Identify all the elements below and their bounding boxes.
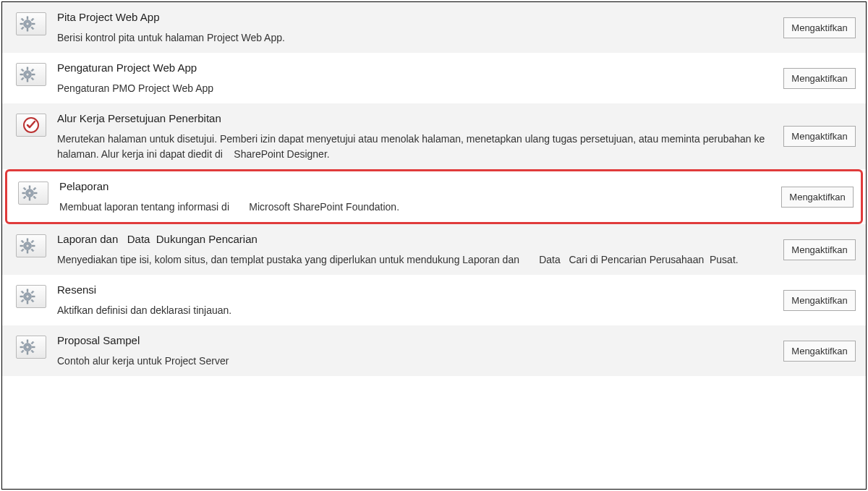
feature-icon-cell: [9, 9, 53, 46]
feature-icon-cell: [9, 282, 53, 318]
activate-button[interactable]: Mengaktifkan: [783, 239, 856, 260]
feature-icon-cell: [12, 179, 55, 215]
svg-point-9: [26, 22, 29, 25]
feature-row: Pengaturan Project Web AppPengaturan PMO…: [2, 53, 866, 103]
svg-rect-32: [27, 239, 28, 242]
svg-rect-15: [21, 69, 24, 72]
svg-rect-3: [20, 23, 23, 25]
feature-title: Alur Kerja Persetujuan Penerbitan: [57, 112, 767, 124]
svg-rect-35: [32, 245, 35, 247]
feature-row: Alur Kerja Persetujuan PenerbitanMerutek…: [2, 103, 866, 169]
feature-icon-cell: [9, 60, 53, 96]
svg-rect-1: [27, 17, 28, 20]
activate-button[interactable]: Mengaktifkan: [781, 187, 854, 208]
feature-description: Aktifkan definisi dan deklarasi tinjauan…: [57, 303, 767, 318]
feature-title: Pita Project Web App: [57, 11, 767, 23]
svg-rect-55: [32, 346, 35, 348]
svg-rect-26: [23, 187, 26, 190]
feature-description: Merutekan halaman untuk disetujui. Pembe…: [57, 132, 767, 162]
feature-row: Proposal SampelContoh alur kerja untuk P…: [2, 325, 866, 376]
svg-rect-46: [21, 291, 24, 294]
svg-rect-28: [23, 196, 26, 199]
activate-button[interactable]: Mengaktifkan: [783, 126, 856, 147]
activate-button[interactable]: Mengaktifkan: [783, 290, 856, 311]
svg-rect-12: [27, 79, 28, 82]
approval-check-icon: [16, 114, 46, 137]
svg-rect-44: [20, 296, 23, 297]
feature-action-cell: Mengaktifkan: [772, 333, 859, 369]
feature-action-cell: Mengaktifkan: [772, 9, 859, 46]
svg-rect-16: [31, 77, 34, 80]
feature-description: Pengaturan PMO Project Web App: [57, 81, 767, 96]
feature-icon-cell: [9, 231, 53, 268]
svg-point-60: [26, 346, 29, 349]
svg-rect-49: [31, 291, 34, 294]
svg-rect-4: [32, 23, 35, 25]
svg-rect-54: [20, 346, 23, 348]
activate-button[interactable]: Mengaktifkan: [783, 17, 856, 38]
svg-rect-24: [22, 192, 25, 194]
activate-button[interactable]: Mengaktifkan: [783, 68, 856, 89]
svg-point-40: [26, 244, 29, 247]
svg-rect-58: [21, 350, 24, 353]
svg-rect-45: [32, 296, 35, 297]
svg-rect-34: [20, 245, 23, 247]
feature-row: Pita Project Web AppBerisi kontrol pita …: [2, 2, 866, 53]
svg-rect-56: [21, 341, 24, 344]
feature-row: ResensiAktifkan definisi dan deklarasi t…: [2, 275, 866, 325]
svg-rect-13: [20, 74, 23, 75]
feature-row: PelaporanMembuat laporan tentang informa…: [5, 169, 863, 224]
svg-rect-25: [34, 192, 37, 194]
feature-icon-cell: [9, 111, 53, 162]
feature-description: Membuat laporan tentang informasi di Mic…: [59, 200, 765, 215]
feature-action-cell: Mengaktifkan: [772, 60, 859, 96]
svg-rect-7: [21, 27, 24, 30]
feature-title: Pengaturan Project Web App: [57, 61, 767, 74]
svg-rect-59: [31, 341, 34, 344]
feature-action-cell: Mengaktifkan: [772, 111, 859, 162]
feature-content: Pengaturan Project Web AppPengaturan PMO…: [53, 60, 772, 96]
svg-rect-39: [31, 240, 34, 243]
svg-rect-8: [31, 18, 34, 21]
feature-description: Berisi kontrol pita untuk halaman Projec…: [57, 30, 767, 46]
svg-rect-42: [27, 289, 28, 292]
feature-icon-cell: [9, 333, 53, 369]
svg-rect-47: [31, 299, 34, 302]
feature-content: Laporan dan Data Dukungan PencarianMenye…: [53, 231, 772, 268]
svg-rect-48: [21, 299, 24, 302]
feature-action-cell: Mengaktifkan: [772, 231, 859, 268]
svg-rect-18: [31, 69, 34, 72]
feature-description: Contoh alur kerja untuk Project Server: [57, 354, 767, 369]
gear-icon: [18, 182, 48, 205]
feature-action-cell: Mengaktifkan: [772, 282, 859, 318]
svg-point-50: [26, 295, 29, 298]
activate-button[interactable]: Mengaktifkan: [783, 341, 856, 362]
feature-description: Menyediakan tipe isi, kolom situs, dan t…: [57, 252, 767, 268]
svg-rect-5: [21, 18, 24, 21]
svg-point-30: [28, 192, 31, 195]
svg-rect-2: [27, 28, 28, 31]
svg-rect-17: [21, 77, 24, 80]
feature-title: Proposal Sampel: [57, 334, 767, 346]
svg-rect-38: [21, 249, 24, 252]
feature-title: Laporan dan Data Dukungan Pencarian: [57, 233, 767, 245]
feature-title: Resensi: [57, 283, 767, 296]
svg-rect-6: [31, 27, 34, 30]
feature-row: Laporan dan Data Dukungan PencarianMenye…: [2, 224, 866, 275]
svg-rect-23: [29, 197, 30, 200]
svg-rect-27: [33, 196, 36, 199]
svg-rect-52: [27, 340, 28, 343]
svg-point-19: [26, 73, 29, 76]
svg-rect-53: [27, 351, 28, 354]
svg-rect-14: [32, 74, 35, 75]
gear-icon: [16, 12, 46, 35]
gear-icon: [16, 285, 46, 308]
svg-rect-57: [31, 350, 34, 353]
svg-rect-22: [29, 186, 30, 189]
gear-icon: [16, 234, 46, 257]
feature-content: Alur Kerja Persetujuan PenerbitanMerutek…: [53, 111, 772, 162]
svg-rect-29: [33, 187, 36, 190]
gear-icon: [16, 63, 46, 86]
svg-rect-43: [27, 301, 28, 304]
feature-content: Proposal SampelContoh alur kerja untuk P…: [53, 333, 772, 369]
